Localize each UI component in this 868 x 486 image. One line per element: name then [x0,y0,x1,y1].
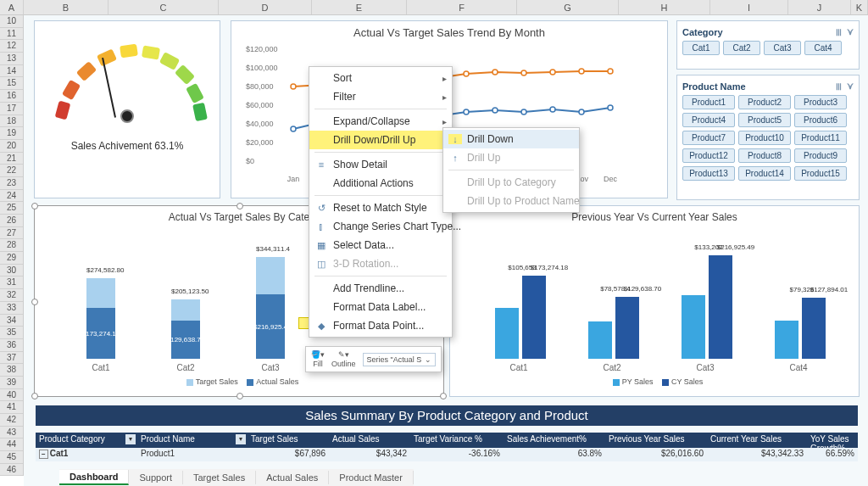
row-header[interactable]: 12 [0,40,23,53]
multi-select-icon[interactable]: ⫼ [834,81,843,92]
row-header[interactable]: 18 [0,115,23,128]
sheet-tab[interactable]: Support [129,471,183,484]
column-header[interactable]: B [24,0,108,14]
table-header[interactable]: Product Name▾ [137,433,248,448]
slicer-button[interactable]: Product8 [738,148,791,163]
row-header[interactable]: 20 [0,140,23,153]
row-header[interactable]: 42 [0,414,23,427]
row-header[interactable]: 34 [0,315,23,327]
row-header[interactable]: 27 [0,227,23,240]
row-header[interactable]: 44 [0,439,23,451]
table-header[interactable]: YoY Sales Growth% [807,433,858,448]
multi-select-icon[interactable]: ⫼ [834,26,843,37]
table-header[interactable]: Previous Year Sales [605,433,707,448]
row-header[interactable]: 32 [0,289,23,302]
sheet-tab[interactable]: Product Master [329,471,414,484]
menu-item[interactable]: ↺Reset to Match Style [309,198,452,217]
row-header[interactable]: 26 [0,215,23,227]
column-header[interactable]: A [0,0,24,14]
column-header[interactable]: K [851,0,868,14]
outline-button[interactable]: ✎▾ Outline [331,350,356,368]
row-header[interactable]: 29 [0,252,23,265]
menu-item[interactable]: Sort▸ [309,69,452,87]
row-header[interactable]: 23 [0,177,23,190]
row-header[interactable]: 14 [0,65,23,78]
slicer-button[interactable]: Product7 [682,131,735,145]
slicer-button[interactable]: Product9 [794,148,847,163]
sheet-tab[interactable]: Target Sales [183,471,256,484]
table-header[interactable]: Product Category▾ [36,433,137,448]
slicer-button[interactable]: Product15 [794,166,847,181]
slicer-button[interactable]: Product1 [682,95,735,109]
column-header[interactable]: E [312,0,407,14]
row-header[interactable]: 33 [0,302,23,315]
slicer-button[interactable]: Product6 [794,113,847,127]
row-header[interactable]: 21 [0,153,23,165]
bar-group[interactable]: $133,202$216,925.49 [680,255,734,359]
row-header[interactable]: 11 [0,28,23,41]
row-header[interactable]: 36 [0,339,23,352]
row-header[interactable]: 10 [0,15,23,28]
row-header[interactable]: 19 [0,127,23,140]
row-header[interactable]: 17 [0,103,23,115]
clear-filter-icon[interactable]: ⋎ [847,81,854,92]
filter-dropdown-icon[interactable]: ▾ [236,434,246,444]
column-header[interactable]: D [219,0,312,14]
slicer-button[interactable]: Product11 [794,131,847,145]
menu-item[interactable]: Drill Down/Drill Up▸ [309,131,452,149]
sheet-tab[interactable]: Dashboard [59,470,129,485]
menu-item[interactable]: ↓Drill Down [443,130,579,148]
bar-group[interactable]: $78,578.4$129,638.70 [587,297,641,359]
bar-group[interactable]: $274,582.80$173,274.18 [86,278,115,359]
row-header[interactable]: 35 [0,327,23,339]
row-header[interactable]: 43 [0,427,23,439]
menu-item[interactable]: Expand/Collapse▸ [309,112,452,131]
table-header[interactable]: Target Sales [248,433,329,448]
menu-item[interactable]: ⫿Change Series Chart Type... [309,217,452,236]
slicer-button[interactable]: Product2 [738,95,791,109]
column-header[interactable]: F [407,0,517,14]
slicer-button[interactable]: Cat4 [804,41,842,55]
row-header[interactable]: 24 [0,190,23,203]
slicer-button[interactable]: Product10 [738,131,791,145]
slicer-button[interactable]: Cat3 [764,41,801,55]
column-header[interactable]: H [619,0,710,14]
row-header[interactable]: 41 [0,401,23,414]
column-header[interactable]: G [517,0,619,14]
menu-item[interactable]: Format Data Label... [309,298,452,316]
row-header[interactable]: 16 [0,90,23,103]
table-header[interactable]: Sales Achievement% [504,433,605,448]
row-header[interactable]: 28 [0,239,23,252]
bar-group[interactable]: $79,326$127,894.01 [773,298,827,359]
row-header[interactable]: 46 [0,464,23,477]
bar-group[interactable]: $205,123.50$129,638.70 [171,299,200,359]
slicer-button[interactable]: Product4 [682,113,735,127]
clear-filter-icon[interactable]: ⋎ [847,26,854,37]
menu-item[interactable]: Add Trendline... [309,279,452,298]
slicer-button[interactable]: Cat1 [682,41,720,55]
row-header[interactable]: 22 [0,165,23,177]
bar-group[interactable]: $344,311.4$216,925.4 [256,257,285,359]
table-header[interactable]: Actual Sales [329,433,410,448]
row-header[interactable]: 45 [0,451,23,464]
slicer-button[interactable]: Product14 [738,166,791,181]
row-header[interactable]: 13 [0,53,23,65]
series-selector[interactable]: Series "Actual S⌄ [363,353,437,366]
sheet-tab[interactable]: Actual Sales [256,471,329,484]
row-header[interactable]: 30 [0,265,23,277]
menu-item[interactable]: ▦Select Data... [309,236,452,254]
column-header[interactable]: J [788,0,851,14]
row-header[interactable]: 40 [0,389,23,402]
menu-item[interactable]: ≡Show Detail [309,155,452,174]
slicer-button[interactable]: Product13 [682,166,735,181]
row-header[interactable]: 38 [0,364,23,377]
menu-item[interactable]: ◆Format Data Point... [309,316,452,335]
table-header[interactable]: Current Year Sales [707,433,807,448]
fill-button[interactable]: 🪣▾ Fill [311,350,325,368]
slicer-button[interactable]: Cat2 [723,41,760,55]
menu-item[interactable]: Additional Actions▸ [309,174,452,193]
row-header[interactable]: 15 [0,77,23,90]
column-header[interactable]: C [108,0,219,14]
row-header[interactable]: 39 [0,377,23,389]
menu-item[interactable]: Filter▸ [309,87,452,106]
